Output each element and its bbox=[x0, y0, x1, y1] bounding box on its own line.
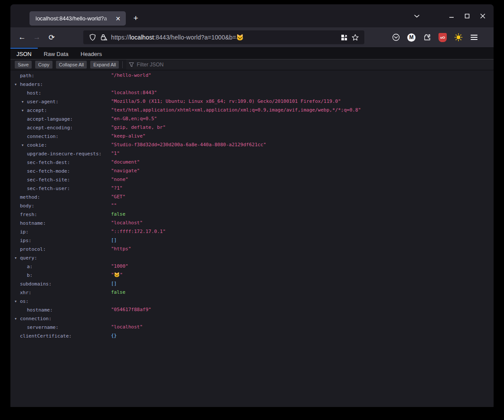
json-value: false bbox=[111, 210, 125, 219]
json-key: accept: bbox=[27, 106, 47, 115]
extensions-puzzle-icon[interactable] bbox=[421, 31, 433, 44]
tab-json[interactable]: JSON bbox=[10, 48, 38, 59]
json-value: "/hello-world" bbox=[111, 71, 151, 80]
ublock-origin-icon[interactable]: uO bbox=[436, 31, 449, 44]
back-icon[interactable]: ← bbox=[16, 31, 29, 44]
window-controls bbox=[410, 4, 494, 27]
json-value: "en-GB,en;q=0.5" bbox=[111, 115, 157, 123]
tab-strip: localhost:8443/hello-world?a ✕ + bbox=[10, 4, 410, 27]
json-value: "text/html,application/xhtml+xml,applica… bbox=[111, 106, 361, 115]
json-row: ▼fresh:false bbox=[10, 210, 494, 219]
json-value: "1000" bbox=[111, 262, 128, 271]
minimize-icon[interactable] bbox=[445, 10, 458, 23]
toolbar-extensions: M uO bbox=[389, 31, 480, 44]
expand-arrow-icon[interactable]: ▼ bbox=[15, 254, 20, 262]
account-avatar[interactable]: M bbox=[405, 31, 418, 44]
tab-close-icon[interactable]: ✕ bbox=[114, 14, 122, 23]
json-key: ips: bbox=[20, 236, 32, 245]
json-value: "none" bbox=[111, 175, 128, 184]
json-key: subdomains: bbox=[20, 280, 52, 289]
json-value: "🐱" bbox=[111, 271, 123, 279]
maximize-icon[interactable] bbox=[461, 10, 474, 23]
json-row: ▼connection:"keep-alive" bbox=[10, 132, 494, 141]
json-key: servername: bbox=[27, 323, 59, 332]
json-value: false bbox=[111, 288, 125, 297]
json-value: "localhost" bbox=[111, 323, 143, 331]
json-row: ▼xhr:false bbox=[10, 288, 494, 297]
json-key: hostname: bbox=[20, 219, 46, 228]
json-row: ▼path:"/hello-world" bbox=[10, 71, 494, 80]
json-value: "054617f88af9" bbox=[111, 305, 151, 314]
json-row: ▼sec-fetch-mode:"navigate" bbox=[10, 167, 494, 175]
expand-all-button[interactable]: Expand All bbox=[90, 61, 119, 69]
json-row: ▼query: bbox=[10, 253, 494, 262]
tab-headers[interactable]: Headers bbox=[75, 48, 108, 59]
tracking-shield-icon[interactable] bbox=[87, 32, 98, 43]
filter-json-input[interactable] bbox=[137, 62, 491, 68]
forward-icon[interactable]: → bbox=[30, 31, 43, 44]
expand-arrow-icon[interactable]: ▼ bbox=[22, 98, 27, 106]
json-key: accept-encoding: bbox=[27, 124, 73, 132]
menu-hamburger-icon[interactable] bbox=[468, 31, 480, 44]
json-key: protocol: bbox=[20, 245, 46, 254]
expand-arrow-icon[interactable]: ▼ bbox=[15, 80, 20, 89]
json-row: ▼accept-encoding:"gzip, deflate, br" bbox=[10, 123, 494, 132]
json-key: cookie: bbox=[27, 141, 47, 150]
json-value: "gzip, deflate, br" bbox=[111, 123, 166, 132]
json-key: headers: bbox=[20, 80, 43, 89]
json-key: fresh: bbox=[20, 210, 37, 219]
new-tab-button[interactable]: + bbox=[129, 12, 142, 25]
json-value: "Mozilla/5.0 (X11; Ubuntu; Linux x86_64;… bbox=[111, 97, 341, 106]
json-row: ▼host:"localhost:8443" bbox=[10, 89, 494, 97]
save-button[interactable]: Save bbox=[15, 61, 32, 69]
grid-arrow-icon[interactable] bbox=[338, 32, 350, 43]
json-key: user-agent: bbox=[27, 98, 59, 106]
json-key: sec-fetch-site: bbox=[27, 176, 70, 184]
json-row: ▼sec-fetch-user:"?1" bbox=[10, 184, 494, 193]
expand-arrow-icon[interactable]: ▼ bbox=[22, 106, 27, 115]
json-value: "::ffff:172.17.0.1" bbox=[111, 227, 166, 236]
json-value: "localhost" bbox=[111, 219, 143, 227]
filter-funnel-icon bbox=[129, 62, 134, 67]
jsonviewer-tabs: JSON Raw Data Headers bbox=[10, 48, 494, 59]
json-value: "?1" bbox=[111, 184, 123, 193]
lock-insecure-icon[interactable] bbox=[98, 32, 109, 43]
json-row: ▼hostname:"054617f88af9" bbox=[10, 305, 494, 314]
collapse-all-button[interactable]: Collapse All bbox=[56, 61, 87, 69]
json-row: ▼hostname:"localhost" bbox=[10, 219, 494, 227]
list-tabs-chevron-icon[interactable] bbox=[410, 10, 423, 23]
json-value: {} bbox=[111, 331, 117, 340]
json-row: ▼subdomains:[] bbox=[10, 279, 494, 288]
json-key: body: bbox=[20, 202, 34, 210]
json-row: ▼ip:"::ffff:172.17.0.1" bbox=[10, 227, 494, 236]
browser-tab[interactable]: localhost:8443/hello-world?a ✕ bbox=[29, 11, 126, 26]
copy-button[interactable]: Copy bbox=[35, 61, 52, 69]
pocket-icon[interactable] bbox=[389, 31, 402, 44]
json-key: upgrade-insecure-requests: bbox=[27, 150, 101, 158]
jsonviewer-toolbar: Save Copy Collapse All Expand All bbox=[10, 59, 494, 70]
url-bar[interactable]: https://localhost:8443/hello-world?a=100… bbox=[83, 30, 364, 44]
json-key: os: bbox=[20, 297, 29, 306]
json-value: "https" bbox=[111, 245, 131, 253]
sun-theme-icon[interactable] bbox=[452, 31, 465, 44]
json-value: "GET" bbox=[111, 193, 125, 201]
json-row: ▼a:"1000" bbox=[10, 262, 494, 271]
filter-json-field[interactable] bbox=[126, 59, 494, 70]
json-row: ▼user-agent:"Mozilla/5.0 (X11; Ubuntu; L… bbox=[10, 97, 494, 106]
bookmark-star-icon[interactable] bbox=[350, 32, 361, 43]
json-value: "" bbox=[111, 201, 117, 210]
close-window-icon[interactable] bbox=[476, 10, 489, 23]
reload-icon[interactable]: ⟳ bbox=[45, 31, 58, 44]
expand-arrow-icon[interactable]: ▼ bbox=[15, 315, 20, 323]
json-row: ▼accept-language:"en-GB,en;q=0.5" bbox=[10, 115, 494, 123]
expand-arrow-icon[interactable]: ▼ bbox=[22, 141, 27, 150]
json-row: ▼connection: bbox=[10, 314, 494, 323]
tab-raw-data[interactable]: Raw Data bbox=[38, 48, 75, 59]
json-key: sec-fetch-dest: bbox=[27, 158, 70, 167]
json-tree: ▼path:"/hello-world"▼headers:▼host:"loca… bbox=[10, 70, 494, 407]
json-key: host: bbox=[27, 89, 41, 98]
expand-arrow-icon[interactable]: ▼ bbox=[15, 297, 20, 306]
json-value: "keep-alive" bbox=[111, 132, 145, 141]
json-key: ip: bbox=[20, 228, 29, 236]
json-key: accept-language: bbox=[27, 115, 73, 124]
